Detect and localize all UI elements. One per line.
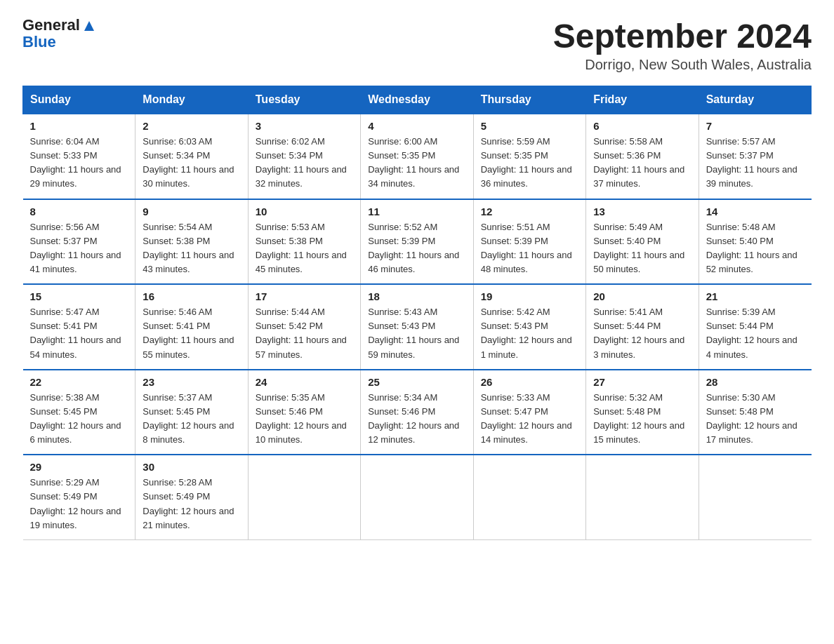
day-info: Sunrise: 5:47 AMSunset: 5:41 PMDaylight:… (30, 305, 128, 362)
day-number: 3 (256, 120, 353, 132)
day-number: 2 (143, 120, 240, 132)
calendar-cell: 28 Sunrise: 5:30 AMSunset: 5:48 PMDaylig… (699, 370, 811, 455)
day-number: 22 (30, 376, 128, 388)
day-info: Sunrise: 5:53 AMSunset: 5:38 PMDaylight:… (256, 220, 353, 277)
day-info: Sunrise: 5:54 AMSunset: 5:38 PMDaylight:… (143, 220, 240, 277)
day-info: Sunrise: 5:39 AMSunset: 5:44 PMDaylight:… (706, 305, 805, 362)
day-number: 16 (143, 290, 240, 302)
calendar-cell: 26 Sunrise: 5:33 AMSunset: 5:47 PMDaylig… (473, 370, 585, 455)
calendar-cell: 7 Sunrise: 5:57 AMSunset: 5:37 PMDayligh… (699, 114, 811, 199)
day-info: Sunrise: 5:42 AMSunset: 5:43 PMDaylight:… (481, 305, 578, 362)
calendar-cell: 29 Sunrise: 5:29 AMSunset: 5:49 PMDaylig… (23, 455, 135, 539)
day-info: Sunrise: 5:41 AMSunset: 5:44 PMDaylight:… (593, 305, 691, 362)
calendar-header-wednesday: Wednesday (361, 86, 473, 114)
calendar-cell: 25 Sunrise: 5:34 AMSunset: 5:46 PMDaylig… (361, 370, 473, 455)
day-info: Sunrise: 5:32 AMSunset: 5:48 PMDaylight:… (593, 391, 691, 448)
calendar-cell: 18 Sunrise: 5:43 AMSunset: 5:43 PMDaylig… (361, 284, 473, 370)
day-info: Sunrise: 6:00 AMSunset: 5:35 PMDaylight:… (368, 135, 465, 192)
logo: General Blue (22, 17, 97, 51)
day-number: 5 (481, 120, 578, 132)
day-number: 26 (481, 376, 578, 388)
calendar-cell: 4 Sunrise: 6:00 AMSunset: 5:35 PMDayligh… (361, 114, 473, 199)
calendar-cell: 1 Sunrise: 6:04 AMSunset: 5:33 PMDayligh… (23, 114, 135, 199)
calendar-cell (248, 455, 360, 539)
calendar-cell: 12 Sunrise: 5:51 AMSunset: 5:39 PMDaylig… (473, 199, 585, 285)
day-number: 21 (706, 290, 805, 302)
day-info: Sunrise: 5:28 AMSunset: 5:49 PMDaylight:… (143, 476, 240, 532)
day-number: 13 (593, 206, 691, 217)
day-number: 19 (481, 290, 578, 302)
day-info: Sunrise: 5:58 AMSunset: 5:36 PMDaylight:… (593, 135, 691, 192)
calendar-table: SundayMondayTuesdayWednesdayThursdayFrid… (22, 86, 812, 540)
svg-marker-0 (84, 21, 94, 31)
logo-blue: Blue (22, 33, 56, 51)
day-info: Sunrise: 5:29 AMSunset: 5:49 PMDaylight:… (30, 476, 128, 532)
logo-general: General (22, 17, 80, 34)
calendar-week-row: 29 Sunrise: 5:29 AMSunset: 5:49 PMDaylig… (23, 455, 812, 539)
calendar-cell: 27 Sunrise: 5:32 AMSunset: 5:48 PMDaylig… (586, 370, 699, 455)
day-info: Sunrise: 5:51 AMSunset: 5:39 PMDaylight:… (481, 220, 578, 277)
calendar-cell: 17 Sunrise: 5:44 AMSunset: 5:42 PMDaylig… (248, 284, 360, 370)
page-header: General Blue September 2024 Dorrigo, New… (22, 17, 812, 73)
calendar-cell: 30 Sunrise: 5:28 AMSunset: 5:49 PMDaylig… (135, 455, 248, 539)
day-number: 17 (256, 290, 353, 302)
calendar-cell (586, 455, 699, 539)
calendar-week-row: 1 Sunrise: 6:04 AMSunset: 5:33 PMDayligh… (23, 114, 812, 199)
calendar-header-tuesday: Tuesday (248, 86, 360, 114)
subtitle: Dorrigo, New South Wales, Australia (553, 57, 812, 73)
calendar-cell: 20 Sunrise: 5:41 AMSunset: 5:44 PMDaylig… (586, 284, 699, 370)
calendar-cell: 11 Sunrise: 5:52 AMSunset: 5:39 PMDaylig… (361, 199, 473, 285)
calendar-week-row: 22 Sunrise: 5:38 AMSunset: 5:45 PMDaylig… (23, 370, 812, 455)
calendar-cell: 6 Sunrise: 5:58 AMSunset: 5:36 PMDayligh… (586, 114, 699, 199)
day-number: 27 (593, 376, 691, 388)
calendar-cell: 9 Sunrise: 5:54 AMSunset: 5:38 PMDayligh… (135, 199, 248, 285)
calendar-header-row: SundayMondayTuesdayWednesdayThursdayFrid… (23, 86, 812, 114)
calendar-cell: 15 Sunrise: 5:47 AMSunset: 5:41 PMDaylig… (23, 284, 135, 370)
day-info: Sunrise: 5:38 AMSunset: 5:45 PMDaylight:… (30, 391, 128, 448)
day-number: 23 (143, 376, 240, 388)
calendar-cell: 22 Sunrise: 5:38 AMSunset: 5:45 PMDaylig… (23, 370, 135, 455)
day-number: 25 (368, 376, 465, 388)
day-info: Sunrise: 6:02 AMSunset: 5:34 PMDaylight:… (256, 135, 353, 192)
day-number: 4 (368, 120, 465, 132)
day-number: 30 (143, 461, 240, 473)
day-info: Sunrise: 6:03 AMSunset: 5:34 PMDaylight:… (143, 135, 240, 192)
day-info: Sunrise: 6:04 AMSunset: 5:33 PMDaylight:… (30, 135, 128, 192)
day-number: 24 (256, 376, 353, 388)
calendar-cell: 14 Sunrise: 5:48 AMSunset: 5:40 PMDaylig… (699, 199, 811, 285)
day-number: 29 (30, 461, 128, 473)
day-number: 11 (368, 206, 465, 217)
page-title: September 2024 (553, 17, 812, 55)
calendar-cell: 3 Sunrise: 6:02 AMSunset: 5:34 PMDayligh… (248, 114, 360, 199)
calendar-cell: 5 Sunrise: 5:59 AMSunset: 5:35 PMDayligh… (473, 114, 585, 199)
calendar-cell: 10 Sunrise: 5:53 AMSunset: 5:38 PMDaylig… (248, 199, 360, 285)
day-number: 15 (30, 290, 128, 302)
day-number: 9 (143, 206, 240, 217)
calendar-cell (473, 455, 585, 539)
day-info: Sunrise: 5:46 AMSunset: 5:41 PMDaylight:… (143, 305, 240, 362)
day-number: 1 (30, 120, 128, 132)
calendar-week-row: 15 Sunrise: 5:47 AMSunset: 5:41 PMDaylig… (23, 284, 812, 370)
day-info: Sunrise: 5:43 AMSunset: 5:43 PMDaylight:… (368, 305, 465, 362)
day-info: Sunrise: 5:52 AMSunset: 5:39 PMDaylight:… (368, 220, 465, 277)
calendar-header-thursday: Thursday (473, 86, 585, 114)
day-info: Sunrise: 5:56 AMSunset: 5:37 PMDaylight:… (30, 220, 128, 277)
logo-triangle-icon (81, 18, 97, 34)
day-info: Sunrise: 5:44 AMSunset: 5:42 PMDaylight:… (256, 305, 353, 362)
day-number: 18 (368, 290, 465, 302)
calendar-cell: 23 Sunrise: 5:37 AMSunset: 5:45 PMDaylig… (135, 370, 248, 455)
calendar-header-sunday: Sunday (23, 86, 135, 114)
calendar-header-saturday: Saturday (699, 86, 811, 114)
day-info: Sunrise: 5:35 AMSunset: 5:46 PMDaylight:… (256, 391, 353, 448)
calendar-cell: 2 Sunrise: 6:03 AMSunset: 5:34 PMDayligh… (135, 114, 248, 199)
calendar-header-monday: Monday (135, 86, 248, 114)
calendar-cell: 13 Sunrise: 5:49 AMSunset: 5:40 PMDaylig… (586, 199, 699, 285)
calendar-cell: 21 Sunrise: 5:39 AMSunset: 5:44 PMDaylig… (699, 284, 811, 370)
day-number: 10 (256, 206, 353, 217)
calendar-cell (361, 455, 473, 539)
header-right: September 2024 Dorrigo, New South Wales,… (553, 17, 812, 73)
calendar-cell (699, 455, 811, 539)
day-info: Sunrise: 5:30 AMSunset: 5:48 PMDaylight:… (706, 391, 805, 448)
calendar-cell: 8 Sunrise: 5:56 AMSunset: 5:37 PMDayligh… (23, 199, 135, 285)
day-info: Sunrise: 5:37 AMSunset: 5:45 PMDaylight:… (143, 391, 240, 448)
